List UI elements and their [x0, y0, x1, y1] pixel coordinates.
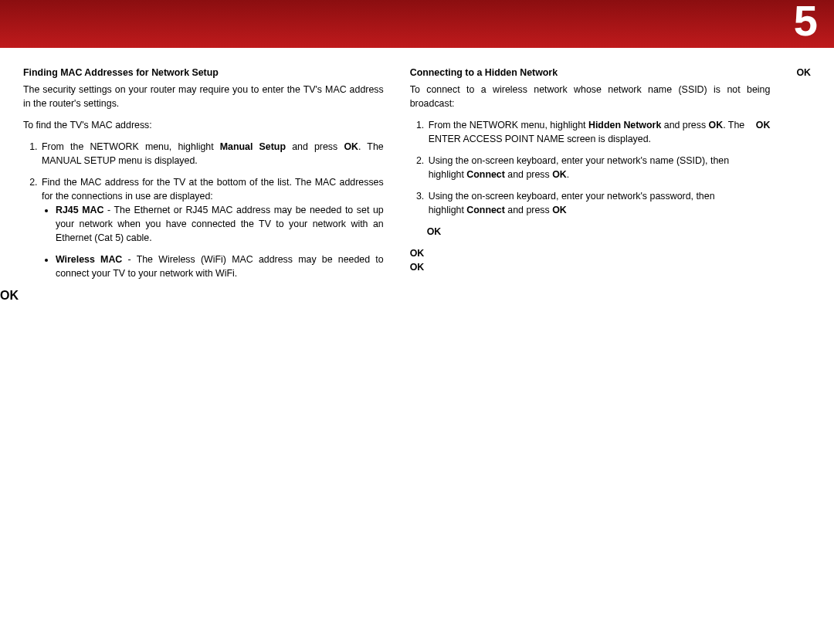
- right-step-3: Using the on-screen keyboard, enter your…: [427, 190, 747, 218]
- left-step-2: Find the MAC address for the TV at the b…: [40, 176, 384, 281]
- right-column: Connecting to a Hidden Network To connec…: [410, 66, 771, 289]
- chapter-number: 5: [794, 0, 819, 46]
- right-step-list: From the NETWORK menu, highlight Hidden …: [410, 119, 747, 239]
- right-step-1: From the NETWORK menu, highlight Hidden …: [427, 119, 747, 147]
- left-intro: The security settings on your router may…: [23, 83, 384, 111]
- right-heading: Connecting to a Hidden Network: [410, 66, 771, 80]
- rj45-bullet: RJ45 MAC - The Ethernet or RJ45 MAC addr…: [56, 204, 384, 246]
- mac-bullets: RJ45 MAC - The Ethernet or RJ45 MAC addr…: [42, 204, 384, 281]
- left-column: Finding MAC Addresses for Network Setup …: [23, 66, 384, 289]
- hidden-network-row: From the NETWORK menu, highlight Hidden …: [410, 119, 771, 261]
- right-step-2: Using the on-screen keyboard, enter your…: [427, 154, 747, 182]
- left-find-lead: To find the TV's MAC address:: [23, 119, 384, 133]
- right-intro: To connect to a wireless network whose n…: [410, 83, 771, 111]
- wireless-bullet: Wireless MAC - The Wireless (WiFi) MAC a…: [56, 253, 384, 281]
- left-step-list: From the NETWORK menu, highlight Manual …: [23, 141, 384, 281]
- content-columns: Finding MAC Addresses for Network Setup …: [0, 48, 834, 289]
- hidden-network-steps: From the NETWORK menu, highlight Hidden …: [410, 119, 747, 261]
- chapter-bar: 5: [0, 0, 834, 48]
- left-step-1: From the NETWORK menu, highlight Manual …: [40, 141, 384, 168]
- left-heading: Finding MAC Addresses for Network Setup: [23, 66, 384, 80]
